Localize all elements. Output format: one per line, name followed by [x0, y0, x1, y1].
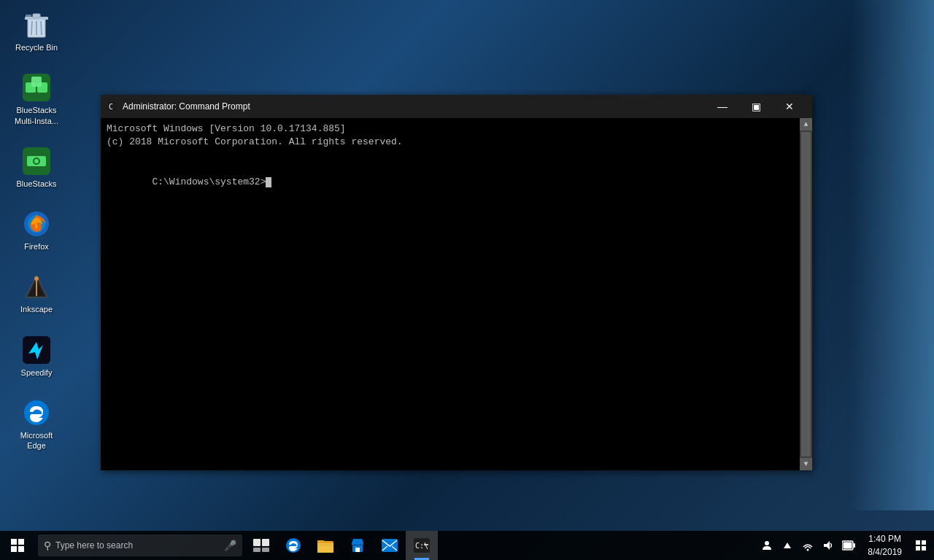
taskbar-explorer-icon — [317, 537, 334, 554]
scroll-thumb[interactable] — [801, 132, 811, 456]
svg-text:C:\: C:\ — [415, 542, 428, 550]
tray-icons-area — [754, 531, 862, 560]
minimize-button[interactable]: — — [706, 95, 739, 118]
cmd-body[interactable]: Microsoft Windows [Version 10.0.17134.88… — [101, 118, 812, 470]
svg-rect-28 — [253, 548, 260, 552]
cmd-line-2: (c) 2018 Microsoft Corporation. All righ… — [107, 136, 806, 149]
cmd-window-controls: — ▣ ✕ — [706, 95, 806, 118]
cmd-titlebar-icon: C — [107, 101, 118, 112]
tray-date: 8/4/2019 — [868, 545, 902, 559]
svg-rect-33 — [318, 545, 333, 545]
desktop-accent — [850, 0, 934, 510]
svg-rect-53 — [922, 546, 926, 551]
cmd-line-1: Microsoft Windows [Version 10.0.17134.88… — [107, 122, 806, 136]
svg-rect-10 — [31, 77, 42, 87]
cmd-window: C Administrator: Command Prompt — ▣ ✕ Mi… — [101, 95, 812, 470]
taskbar-pinned: C:\ — [245, 531, 438, 560]
svg-marker-46 — [824, 541, 830, 550]
svg-rect-37 — [382, 539, 398, 552]
firefox-image — [22, 209, 51, 238]
speedify-icon[interactable]: Speedify — [7, 332, 66, 381]
taskbar-cmd[interactable]: C:\ — [406, 531, 438, 560]
taskbar-cmd-icon: C:\ — [413, 537, 431, 554]
search-icon: ⚲ — [44, 540, 51, 551]
inkscape-image — [22, 272, 51, 301]
svg-rect-42 — [424, 544, 428, 545]
start-button[interactable] — [0, 531, 35, 560]
bluestacks-multi-label: BlueStacksMulti-Insta... — [15, 105, 58, 126]
tray-network[interactable] — [798, 531, 818, 560]
desktop: Recycle Bin BlueStacksMulti-Insta... — [0, 0, 934, 560]
bluestacks-label: BlueStacks — [16, 179, 56, 189]
svg-rect-36 — [355, 548, 360, 552]
tray-volume[interactable] — [818, 531, 838, 560]
svg-marker-44 — [784, 542, 791, 548]
svg-rect-2 — [33, 14, 40, 18]
scroll-up-arrow[interactable]: ▲ — [800, 118, 812, 131]
taskbar-mail-icon — [381, 537, 398, 554]
svg-point-20 — [34, 276, 39, 281]
svg-rect-32 — [317, 543, 333, 553]
svg-line-5 — [41, 21, 42, 35]
svg-point-45 — [807, 549, 809, 551]
svg-line-3 — [31, 21, 32, 35]
desktop-icons: Recycle Bin BlueStacksMulti-Insta... — [7, 7, 66, 454]
ms-edge-icon[interactable]: MicrosoftEdge — [7, 395, 66, 454]
recycle-bin-label: Recycle Bin — [15, 42, 58, 52]
taskbar-store-icon — [349, 537, 366, 554]
inkscape-label: Inkscape — [20, 304, 53, 314]
svg-rect-52 — [916, 546, 920, 551]
taskbar-store[interactable] — [341, 531, 374, 560]
svg-point-43 — [765, 541, 769, 545]
inkscape-icon[interactable]: Inkscape — [7, 269, 66, 317]
bluestacks-image — [22, 147, 51, 176]
svg-rect-50 — [916, 540, 920, 545]
cmd-prompt: C:\Windows\system32> — [107, 163, 806, 203]
taskbar-task-view[interactable] — [245, 531, 277, 560]
svg-rect-6 — [26, 15, 31, 17]
firefox-icon[interactable]: Firefox — [7, 206, 66, 254]
microphone-icon: 🎤 — [224, 540, 236, 551]
tray-clock[interactable]: 1:40 PM 8/4/2019 — [862, 532, 908, 559]
svg-rect-48 — [854, 543, 856, 548]
taskbar-edge[interactable] — [277, 531, 309, 560]
ms-edge-label: MicrosoftEdge — [20, 430, 53, 451]
cmd-title: Administrator: Command Prompt — [123, 101, 706, 112]
taskbar-edge-icon — [285, 537, 302, 554]
taskbar: ⚲ Type here to search 🎤 — [0, 531, 934, 560]
taskbar-explorer[interactable] — [309, 531, 341, 560]
bluestacks-multi-image — [22, 73, 51, 102]
taskbar-mail[interactable] — [374, 531, 406, 560]
cmd-line-3 — [107, 149, 806, 162]
task-view-icon — [252, 537, 270, 554]
tray-time: 1:40 PM — [868, 532, 901, 545]
ms-edge-image — [22, 398, 51, 427]
tray-battery[interactable] — [838, 531, 859, 560]
svg-rect-27 — [262, 539, 269, 546]
windows-logo-icon — [11, 539, 24, 552]
search-placeholder: Type here to search — [55, 540, 133, 551]
recycle-bin-icon[interactable]: Recycle Bin — [7, 7, 66, 55]
maximize-button[interactable]: ▣ — [739, 95, 773, 118]
svg-point-14 — [34, 159, 39, 163]
tray-expand[interactable] — [777, 531, 798, 560]
close-button[interactable]: ✕ — [773, 95, 806, 118]
cmd-titlebar[interactable]: C Administrator: Command Prompt — ▣ ✕ — [101, 95, 812, 118]
svg-rect-29 — [262, 548, 269, 552]
tray-people[interactable] — [757, 531, 777, 560]
bluestacks-multi-icon[interactable]: BlueStacksMulti-Insta... — [7, 70, 66, 129]
scroll-down-arrow[interactable]: ▼ — [800, 458, 812, 470]
recycle-bin-image — [22, 10, 51, 39]
speedify-label: Speedify — [21, 368, 53, 378]
cmd-scrollbar[interactable]: ▲ ▼ — [800, 118, 812, 470]
firefox-label: Firefox — [24, 241, 49, 252]
taskbar-tray: 1:40 PM 8/4/2019 — [754, 531, 934, 560]
taskbar-search[interactable]: ⚲ Type here to search 🎤 — [38, 534, 242, 556]
bluestacks-icon[interactable]: BlueStacks — [7, 144, 66, 192]
notification-center-button[interactable] — [908, 531, 934, 560]
svg-text:C: C — [109, 103, 113, 111]
speedify-image — [22, 335, 51, 365]
svg-rect-26 — [253, 539, 260, 546]
svg-rect-51 — [922, 540, 926, 545]
svg-rect-49 — [844, 542, 852, 549]
